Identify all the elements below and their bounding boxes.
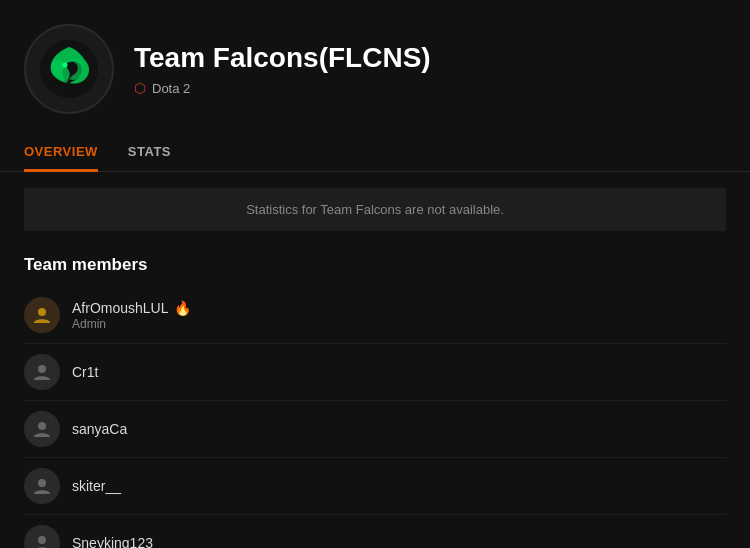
- list-item[interactable]: AfrOmoushLUL 🔥 Admin: [24, 287, 726, 344]
- svg-point-2: [38, 308, 46, 316]
- team-logo-icon: [39, 39, 99, 99]
- member-info: Cr1t: [72, 364, 98, 380]
- member-role: Admin: [72, 317, 191, 331]
- member-info: skiter__: [72, 478, 121, 494]
- team-members-title: Team members: [24, 255, 726, 275]
- member-name: sanyaCa: [72, 421, 127, 437]
- dota-icon: ⬡: [134, 80, 146, 96]
- tab-overview[interactable]: OVERVIEW: [24, 134, 98, 172]
- team-name: Team Falcons(FLCNS): [134, 42, 431, 74]
- member-info: Sneyking123: [72, 535, 153, 548]
- member-info: AfrOmoushLUL 🔥 Admin: [72, 300, 191, 331]
- list-item[interactable]: skiter__: [24, 458, 726, 515]
- member-name-row: AfrOmoushLUL 🔥: [72, 300, 191, 316]
- stats-banner: Statistics for Team Falcons are not avai…: [24, 188, 726, 231]
- member-name: Sneyking123: [72, 535, 153, 548]
- user-icon: [32, 305, 52, 325]
- svg-point-3: [38, 365, 46, 373]
- avatar: [24, 468, 60, 504]
- team-info: Team Falcons(FLCNS) ⬡ Dota 2: [134, 42, 431, 96]
- list-item[interactable]: Cr1t: [24, 344, 726, 401]
- list-item[interactable]: Sneyking123: [24, 515, 726, 548]
- member-name: Cr1t: [72, 364, 98, 380]
- page-header: Team Falcons(FLCNS) ⬡ Dota 2: [0, 0, 750, 134]
- svg-point-4: [38, 422, 46, 430]
- user-icon: [32, 533, 52, 548]
- user-icon: [32, 476, 52, 496]
- team-logo: [24, 24, 114, 114]
- game-name: Dota 2: [152, 81, 190, 96]
- user-icon: [32, 419, 52, 439]
- game-info: ⬡ Dota 2: [134, 80, 431, 96]
- svg-point-6: [38, 536, 46, 544]
- avatar: [24, 525, 60, 548]
- tab-stats[interactable]: STATS: [128, 134, 171, 172]
- svg-point-1: [63, 63, 68, 68]
- svg-point-5: [38, 479, 46, 487]
- member-info: sanyaCa: [72, 421, 127, 437]
- member-name: AfrOmoushLUL: [72, 300, 168, 316]
- member-name: skiter__: [72, 478, 121, 494]
- avatar: [24, 411, 60, 447]
- team-members-section: Team members AfrOmoushLUL 🔥 Admin Cr1t: [0, 247, 750, 548]
- nav-tabs: OVERVIEW STATS: [0, 134, 750, 172]
- user-icon: [32, 362, 52, 382]
- list-item[interactable]: sanyaCa: [24, 401, 726, 458]
- fire-icon: 🔥: [174, 300, 191, 316]
- avatar: [24, 297, 60, 333]
- avatar: [24, 354, 60, 390]
- stats-message: Statistics for Team Falcons are not avai…: [246, 202, 504, 217]
